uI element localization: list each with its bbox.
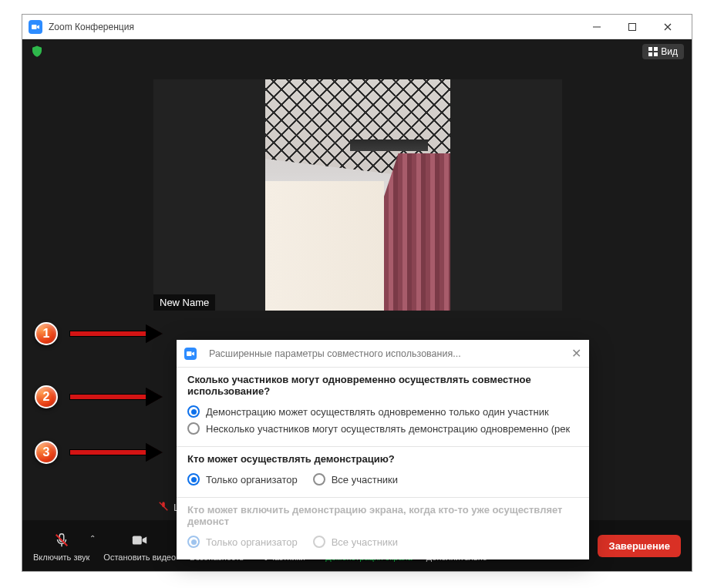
app-window: Zoom Конференция Вид New Name: [22, 14, 692, 572]
radio-all-participants-disabled: Все участники: [313, 533, 398, 550]
radio-host-only-disabled: Только организатор: [187, 533, 298, 550]
svg-rect-6: [654, 52, 658, 56]
radio-host-only[interactable]: Только организатор: [187, 471, 298, 488]
camera-feed: [265, 79, 450, 311]
minimize-button[interactable]: [579, 15, 615, 39]
section-who-share: Кто может осуществлять демонстрацию? Тол…: [177, 446, 589, 497]
question-who-share: Кто может осуществлять демонстрацию?: [187, 453, 578, 465]
view-button[interactable]: Вид: [642, 44, 684, 59]
meeting-topbar: Вид: [22, 39, 692, 64]
arrow-3: [69, 447, 162, 458]
view-label: Вид: [661, 46, 678, 57]
arrow-2: [69, 391, 162, 402]
section-how-many: Сколько участников могут одновременно ос…: [177, 367, 589, 446]
dialog-titlebar: Расширенные параметры совместного исполь…: [177, 340, 589, 367]
radio-icon: [313, 473, 325, 486]
video-button[interactable]: ⌃ Остановить видео: [103, 529, 176, 562]
end-meeting-button[interactable]: Завершение: [598, 535, 681, 557]
mic-muted-icon: [158, 501, 169, 514]
callout-1: 1: [35, 322, 58, 345]
radio-icon: [313, 536, 325, 548]
advanced-sharing-dialog: Расширенные параметры совместного исполь…: [177, 340, 589, 559]
svg-rect-2: [629, 23, 636, 30]
dialog-title: Расширенные параметры совместного исполь…: [209, 348, 565, 359]
camera-icon: [130, 532, 149, 549]
svg-rect-5: [648, 52, 652, 56]
section-who-start: Кто может включить демонстрацию экрана, …: [177, 497, 589, 559]
participant-name: New Name: [153, 294, 215, 311]
question-who-start: Кто может включить демонстрацию экрана, …: [187, 504, 578, 527]
svg-rect-3: [648, 47, 652, 51]
callout-2: 2: [35, 385, 58, 408]
radio-icon: [187, 536, 200, 548]
window-title: Zoom Конференция: [49, 22, 579, 32]
radio-one-participant[interactable]: Демонстрацию может осуществлять одноврем…: [187, 403, 578, 420]
titlebar: Zoom Конференция: [22, 15, 692, 39]
radio-icon: [187, 405, 200, 418]
close-button[interactable]: [650, 15, 685, 39]
svg-rect-13: [187, 351, 192, 356]
radio-icon: [187, 422, 200, 435]
question-how-many: Сколько участников могут одновременно ос…: [187, 374, 578, 397]
chevron-up-icon[interactable]: ⌃: [89, 534, 96, 543]
radio-multiple-participants[interactable]: Несколько участников могут осуществлять …: [187, 420, 578, 437]
encryption-shield-icon[interactable]: [30, 45, 44, 59]
dialog-close-button[interactable]: ✕: [571, 346, 581, 361]
svg-rect-4: [654, 47, 658, 51]
maximize-button[interactable]: [615, 15, 650, 39]
video-tile-main[interactable]: New Name: [153, 79, 562, 311]
arrow-1: [69, 328, 162, 339]
grid-icon: [648, 47, 658, 56]
audio-button[interactable]: ⌃ Включить звук: [33, 529, 89, 562]
svg-rect-0: [32, 25, 37, 29]
meeting-area: Вид New Name Lumpics RU ⌃ Включить звук: [22, 39, 692, 571]
svg-rect-7: [133, 536, 142, 545]
radio-icon: [187, 473, 200, 486]
zoom-app-icon: [29, 20, 42, 34]
callout-3: 3: [35, 441, 58, 464]
zoom-app-icon: [184, 348, 197, 360]
mic-off-icon: [53, 532, 70, 549]
svg-rect-1: [593, 26, 601, 27]
radio-all-participants[interactable]: Все участники: [313, 471, 398, 488]
